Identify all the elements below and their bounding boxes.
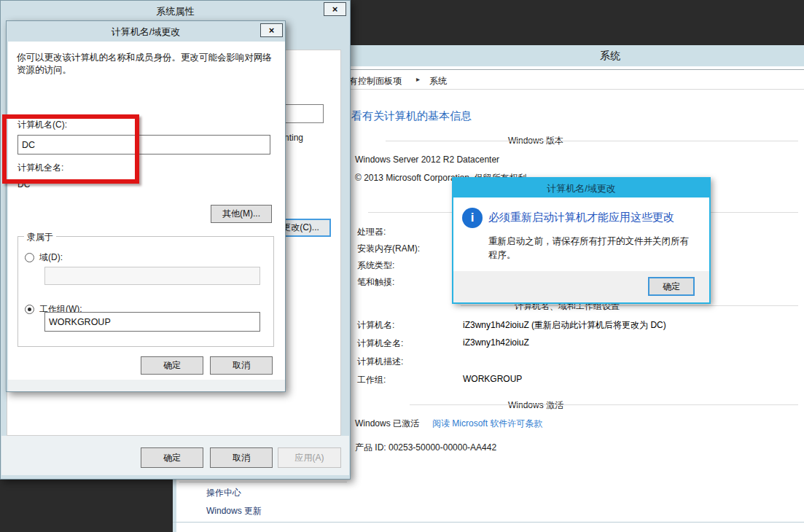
ok-button[interactable]: 确定 — [141, 356, 203, 375]
dialog-titlebar: 计算机名/域更改 — [453, 179, 709, 197]
dialog-footer: 确定 — [453, 271, 709, 302]
computer-name-value: iZ3wny1h42ioiuZ (重新启动此计算机后将更改为 DC) — [463, 319, 666, 332]
member-of-label: 隶属于 — [24, 231, 56, 243]
name-row-label: 计算机全名: — [357, 337, 403, 350]
workgroup-value: WORKGROUP — [463, 374, 522, 384]
domain-radio[interactable] — [25, 253, 34, 262]
divider — [461, 305, 798, 306]
license-terms-link[interactable]: 阅读 Microsoft 软件许可条款 — [432, 418, 542, 430]
domain-label[interactable]: 域(D): — [39, 251, 63, 264]
divider — [386, 141, 798, 141]
spec-row-label: 安装内存(RAM): — [357, 243, 420, 255]
info-icon: i — [462, 208, 483, 228]
restart-body-text: 重新启动之前，请保存所有打开的文件并关闭所有程序。 — [488, 235, 697, 262]
restart-heading: 必须重新启动计算机才能应用这些更改 — [488, 211, 674, 224]
restart-required-dialog: 计算机名/域更改 i 必须重新启动计算机才能应用这些更改 重新启动之前，请保存所… — [452, 177, 711, 304]
domain-input — [44, 267, 260, 285]
cancel-button[interactable]: 取消 — [210, 447, 273, 468]
breadcrumb-item-system[interactable]: 系统 — [429, 75, 447, 87]
spec-row-label: 系统类型: — [357, 259, 394, 272]
intro-text: 你可以更改该计算机的名称和成员身份。更改可能会影响对网络资源的访问。 — [17, 52, 275, 77]
full-computer-name-value: iZ3wny1h42ioiuZ — [463, 337, 529, 348]
name-row-label: 工作组: — [357, 374, 386, 386]
divider — [179, 482, 347, 482]
apply-button: 应用(A) — [278, 447, 341, 468]
ok-button[interactable]: 确定 — [141, 447, 203, 468]
more-button[interactable]: 其他(M)... — [211, 205, 272, 223]
breadcrumb-arrow-icon: ▸ — [416, 75, 420, 83]
system-window-title: 系统 — [577, 50, 643, 63]
close-icon[interactable]: × — [324, 2, 346, 16]
workgroup-input[interactable] — [44, 312, 260, 332]
sidebar-link-windows-update[interactable]: Windows 更新 — [206, 505, 262, 517]
ok-button[interactable]: 确定 — [648, 277, 695, 296]
radio-checked-dot — [28, 308, 31, 311]
name-row-label: 计算机名: — [357, 319, 394, 332]
spec-row-label: 处理器: — [357, 226, 386, 238]
divider — [410, 404, 798, 405]
spec-row-label: 笔和触摸: — [357, 276, 394, 289]
divider — [173, 522, 804, 523]
dialog-title: 系统属性 — [1, 5, 350, 18]
dialog-footer — [8, 380, 285, 391]
name-row-label: 计算机描述: — [357, 356, 403, 368]
computer-name-domain-changes-dialog: 计算机名/域更改 × 你可以更改该计算机的名称和成员身份。更改可能会影响对网络资… — [6, 20, 286, 392]
os-name-text: Windows Server 2012 R2 Datacenter — [355, 154, 499, 165]
red-annotation-box — [2, 114, 139, 184]
section-windows-activation: Windows 激活 — [508, 399, 563, 412]
description-example-text: nting — [284, 133, 303, 143]
workgroup-radio[interactable] — [25, 305, 34, 314]
dialog-title: 计算机名/域更改 — [7, 26, 285, 39]
dialog-title: 计算机名/域更改 — [453, 182, 709, 195]
page-title: 查看有关计算机的基本信息 — [340, 109, 472, 123]
close-icon[interactable]: × — [260, 23, 283, 37]
cancel-button[interactable]: 取消 — [210, 356, 273, 375]
sidebar-link-action-center[interactable]: 操作中心 — [206, 487, 241, 499]
product-id-text: 产品 ID: 00253-50000-00000-AA442 — [355, 442, 496, 454]
activation-status-text: Windows 已激活 — [355, 418, 419, 430]
